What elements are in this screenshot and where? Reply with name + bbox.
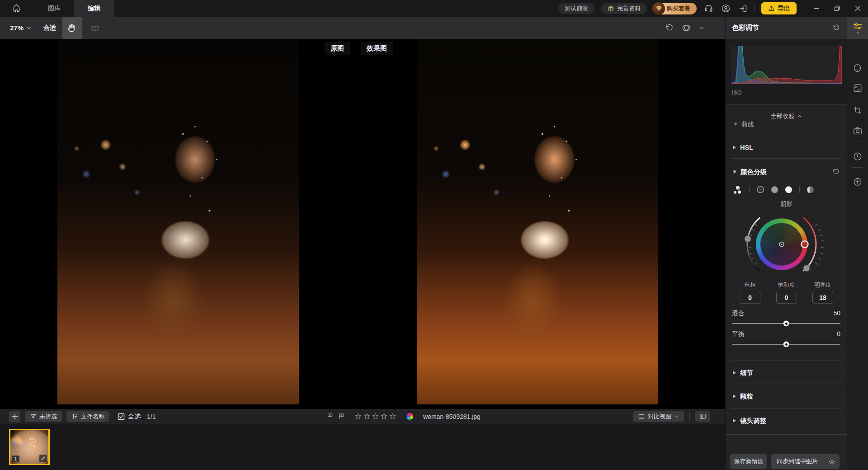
zoom-level-dropdown[interactable]: 27% <box>10 24 32 32</box>
panel-reset-button[interactable] <box>832 24 840 32</box>
luminance-input[interactable]: 18 <box>812 292 833 304</box>
maximize-button[interactable] <box>826 0 847 17</box>
collapse-all-button[interactable]: 全部收起 <box>726 112 847 120</box>
crop-tab-button[interactable] <box>847 102 868 118</box>
photo-editor-app: 图库 编辑 测试崩溃 完善资料 购买套餐 <box>0 0 868 470</box>
window-controls <box>806 0 868 17</box>
shadows-mode-button[interactable] <box>757 186 764 193</box>
hue-label: 色相 <box>745 281 756 289</box>
save-preset-button[interactable]: 保存新预设 <box>730 454 767 469</box>
section-lens[interactable]: 镜头调整 <box>726 410 847 432</box>
sync-settings-gear-button[interactable] <box>824 458 840 465</box>
titlebar-separator <box>755 5 755 13</box>
complete-profile-button[interactable]: 完善资料 <box>601 3 647 14</box>
compare-view-icon <box>638 413 645 420</box>
star-icon[interactable] <box>363 413 371 420</box>
tab-edit[interactable]: 编辑 <box>74 0 114 17</box>
filter-button[interactable]: 未筛选 <box>25 411 62 422</box>
minimize-icon <box>813 5 819 11</box>
undo-icon[interactable] <box>665 23 674 33</box>
buy-package-button[interactable]: 购买套餐 <box>653 3 697 14</box>
logout-icon <box>738 4 748 13</box>
highlights-mode-button[interactable] <box>785 186 792 193</box>
ruler-tool-button[interactable] <box>85 17 105 39</box>
portrait-tab-button[interactable] <box>847 60 868 76</box>
camera-icon <box>853 126 863 136</box>
section-detail[interactable]: 细节 <box>726 362 847 384</box>
filmstrip: 1 <box>0 424 725 470</box>
balance-slider-track[interactable] <box>732 344 840 345</box>
original-photo <box>57 39 299 404</box>
sort-by-filename-button[interactable]: 文件名称 <box>66 411 109 422</box>
logout-button[interactable] <box>737 3 748 14</box>
support-button[interactable] <box>703 3 714 14</box>
before-after-icon[interactable] <box>681 23 692 33</box>
hue-input[interactable]: 0 <box>740 292 760 304</box>
bottom-left-group: 未筛选 文件名称 全选 1/1 <box>9 411 156 422</box>
section-hsl[interactable]: HSL <box>726 137 847 158</box>
star-icon[interactable] <box>389 413 396 420</box>
thumbnail-selected[interactable]: 1 <box>9 429 50 465</box>
blend-slider-track[interactable] <box>732 323 840 324</box>
active-dot <box>857 32 859 33</box>
tab-library[interactable]: 图库 <box>34 0 74 17</box>
saturation-label: 饱和度 <box>778 281 795 289</box>
select-all-checkbox[interactable]: 全选 <box>118 413 141 421</box>
balance-label: 平衡 <box>732 330 745 338</box>
blend-slider-knob[interactable] <box>783 321 789 327</box>
background-tab-button[interactable] <box>847 81 868 96</box>
saturation-input[interactable]: 0 <box>776 292 797 304</box>
home-button[interactable] <box>5 0 27 17</box>
hue-column: 色相 0 <box>736 281 764 304</box>
strip-divider <box>852 167 863 168</box>
star-icon[interactable] <box>380 413 388 420</box>
hand-tool-button[interactable] <box>62 17 82 39</box>
divider <box>731 408 841 409</box>
export-button[interactable]: 导出 <box>761 2 797 14</box>
star-icon[interactable] <box>354 413 362 420</box>
triangle-right-icon <box>733 146 736 149</box>
color-label-icon[interactable] <box>406 413 413 420</box>
balance-slider-knob[interactable] <box>783 342 789 347</box>
split-view-button[interactable] <box>695 411 710 422</box>
plus-circle-icon <box>853 177 863 187</box>
photo-meta-group: woman-8509281.jpg <box>326 409 481 424</box>
left-arc-knob <box>745 236 751 242</box>
strip-divider <box>852 142 863 142</box>
histogram <box>731 46 842 84</box>
close-button[interactable] <box>847 0 868 17</box>
color-adjust-panel: ISO - - - 全部收起 曲线 HSL 颜色分级 <box>725 39 847 470</box>
chevron-down-icon <box>674 414 679 419</box>
flag-reject-icon[interactable] <box>338 413 345 420</box>
account-button[interactable] <box>720 3 731 14</box>
section-color-grading[interactable]: 颜色分级 <box>726 161 847 183</box>
compare-view-dropdown[interactable]: 对比视图 <box>633 411 684 422</box>
chevron-down-icon[interactable] <box>699 25 704 31</box>
adjustments-tab-button[interactable] <box>847 17 868 39</box>
minimize-button[interactable] <box>806 0 826 17</box>
camera-tab-button[interactable] <box>847 123 868 138</box>
fit-button[interactable]: 合适 <box>43 24 56 32</box>
edited-photo <box>417 39 658 404</box>
global-mode-button[interactable] <box>807 186 814 193</box>
triangle-right-icon <box>733 371 736 375</box>
triangle-down-icon <box>734 123 737 126</box>
add-panel-button[interactable] <box>847 174 868 190</box>
section-curves-clipped[interactable]: 曲线 <box>734 121 754 127</box>
edit-toolbar: 27% 合适 <box>0 17 725 39</box>
wheel-overlay <box>731 210 842 280</box>
effect-label: 效果图 <box>361 42 393 55</box>
sync-to-selected-button[interactable]: 同步到选中图片 <box>771 454 840 469</box>
export-icon <box>768 5 775 12</box>
diamond-icon <box>652 2 665 15</box>
three-way-mode-button[interactable] <box>734 186 742 194</box>
grading-reset-button[interactable] <box>832 168 840 176</box>
history-tab-button[interactable] <box>847 149 868 164</box>
test-crash-button[interactable]: 测试崩溃 <box>558 3 594 14</box>
midtones-mode-button[interactable] <box>771 186 778 193</box>
crop-icon <box>853 105 862 115</box>
flag-pick-icon[interactable] <box>326 413 334 420</box>
section-grain[interactable]: 颗粒 <box>726 385 847 407</box>
star-icon[interactable] <box>372 413 379 420</box>
add-photos-button[interactable] <box>9 411 20 422</box>
